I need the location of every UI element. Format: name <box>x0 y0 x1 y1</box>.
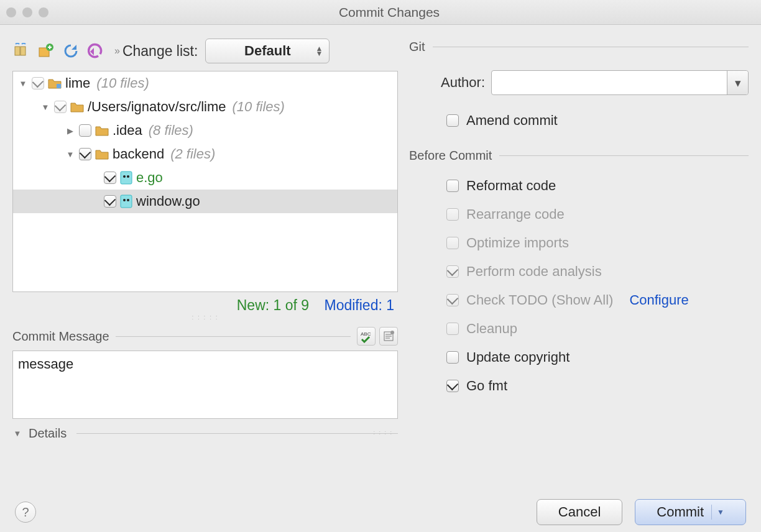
amend-label: Amend commit <box>466 112 558 129</box>
minimize-window-button[interactable] <box>22 7 32 17</box>
tree-node-meta: (10 files) <box>96 75 149 91</box>
tree-node-name: window.go <box>136 193 200 209</box>
cancel-label: Cancel <box>558 504 601 520</box>
changes-tree[interactable]: ▼ lime (10 files) ▼ /Users/ignatov/src/l… <box>12 71 398 292</box>
cancel-button[interactable]: Cancel <box>537 499 622 525</box>
svg-rect-0 <box>15 47 20 55</box>
git-section-label: Git <box>409 40 425 54</box>
revert-icon[interactable] <box>87 42 104 60</box>
svg-point-16 <box>390 331 394 334</box>
details-label: Details <box>29 426 67 441</box>
tree-row-backend[interactable]: ▼ backend (2 files) <box>13 142 397 166</box>
close-window-button[interactable] <box>6 7 16 17</box>
checkbox-cleanup <box>446 323 459 335</box>
author-combo[interactable]: ▾ <box>491 70 749 95</box>
move-to-changelist-icon[interactable] <box>37 42 55 60</box>
svg-rect-1 <box>21 47 25 55</box>
tree-row-idea[interactable]: ▶ .idea (8 files) <box>13 119 397 142</box>
changelist-label: Change list: <box>122 43 198 60</box>
folder-icon <box>70 101 84 112</box>
tree-node-name: backend <box>113 146 164 162</box>
history-icon[interactable] <box>379 327 398 346</box>
before-commit-label: Before Commit <box>409 149 492 163</box>
tree-node-name: .idea <box>113 122 142 139</box>
more-actions-icon[interactable]: » <box>114 45 118 57</box>
svg-point-9 <box>123 199 126 201</box>
author-label: Author: <box>430 75 485 91</box>
chevron-down-icon[interactable]: ▾ <box>727 71 748 94</box>
go-file-icon <box>120 195 132 208</box>
tree-node-name: /Users/ignatov/src/lime <box>88 99 226 115</box>
stepper-icon: ▲▼ <box>315 46 323 56</box>
cleanup-label: Cleanup <box>466 321 517 337</box>
chevron-right-icon[interactable]: ▶ <box>65 126 75 135</box>
tree-node-name: lime <box>65 75 90 91</box>
divider <box>499 155 749 156</box>
checkbox-analysis <box>446 265 459 278</box>
checkbox-reformat[interactable] <box>446 180 459 192</box>
module-folder-icon <box>48 78 62 89</box>
help-button[interactable]: ? <box>15 502 36 523</box>
details-toggle[interactable]: ▼ Details : : : : <box>12 426 398 441</box>
tree-row-file-ego[interactable]: e.go <box>13 166 397 190</box>
commit-toolbar: » Change list: Default ▲▼ <box>12 37 398 65</box>
todo-label: Check TODO (Show All) <box>466 292 613 308</box>
svg-rect-4 <box>57 84 61 88</box>
rearrange-label: Rearrange code <box>466 206 565 222</box>
reformat-label: Reformat code <box>466 178 556 194</box>
folder-icon <box>95 125 109 136</box>
tree-node-meta: (8 files) <box>149 122 193 139</box>
titlebar: Commit Changes <box>0 0 761 25</box>
tree-row-path[interactable]: ▼ /Users/ignatov/src/lime (10 files) <box>13 95 397 119</box>
status-new: New: 1 of 9 <box>237 297 309 313</box>
checkbox[interactable] <box>79 124 91 137</box>
checkbox-amend[interactable] <box>446 114 459 127</box>
checkbox[interactable] <box>79 148 91 160</box>
changelist-select[interactable]: Default ▲▼ <box>205 39 330 63</box>
chevron-down-icon[interactable]: ▼ <box>717 508 724 516</box>
chevron-down-icon[interactable]: ▼ <box>40 103 50 112</box>
show-diff-icon[interactable] <box>12 42 30 60</box>
checkbox[interactable] <box>104 172 116 184</box>
svg-point-6 <box>123 175 126 178</box>
svg-rect-5 <box>121 172 132 184</box>
checkbox-copyright[interactable] <box>446 351 459 364</box>
checkbox-optimize <box>446 237 459 249</box>
commit-message-value: message <box>18 356 73 372</box>
checkbox[interactable] <box>54 101 67 113</box>
analysis-label: Perform code analysis <box>466 264 602 280</box>
chevron-down-icon: ▼ <box>12 429 22 438</box>
checkbox-todo <box>446 294 459 306</box>
chevron-down-icon[interactable]: ▼ <box>18 79 28 88</box>
tree-node-meta: (10 files) <box>233 99 285 115</box>
svg-rect-8 <box>121 195 132 208</box>
splitter-grip-icon[interactable]: : : : : : <box>12 314 398 321</box>
spellcheck-icon[interactable]: ABC <box>357 327 376 346</box>
divider <box>711 505 712 520</box>
folder-icon <box>95 149 109 160</box>
divider <box>116 336 351 337</box>
tree-row-file-windowgo[interactable]: window.go <box>13 190 397 213</box>
tree-node-meta: (2 files) <box>170 146 215 162</box>
divider <box>433 47 749 47</box>
zoom-window-button[interactable] <box>39 7 48 17</box>
dialog-footer: ? Cancel Commit ▼ <box>0 493 761 531</box>
refresh-icon[interactable] <box>62 42 80 60</box>
commit-message-input[interactable]: message <box>12 351 398 419</box>
svg-point-10 <box>127 199 129 201</box>
configure-link[interactable]: Configure <box>629 292 688 308</box>
checkbox[interactable] <box>32 77 44 89</box>
window-controls <box>6 7 48 17</box>
gofmt-label: Go fmt <box>466 378 507 394</box>
checkbox[interactable] <box>104 195 116 208</box>
svg-text:ABC: ABC <box>361 331 371 337</box>
commit-message-label: Commit Message <box>12 329 109 344</box>
commit-button[interactable]: Commit ▼ <box>635 499 746 525</box>
svg-point-7 <box>127 175 129 178</box>
checkbox-rearrange <box>446 208 459 221</box>
chevron-down-icon[interactable]: ▼ <box>65 150 75 159</box>
tree-row-root[interactable]: ▼ lime (10 files) <box>13 71 397 95</box>
checkbox-gofmt[interactable] <box>446 380 459 392</box>
tree-status: New: 1 of 9 Modified: 1 <box>12 292 398 315</box>
commit-label: Commit <box>657 504 704 520</box>
